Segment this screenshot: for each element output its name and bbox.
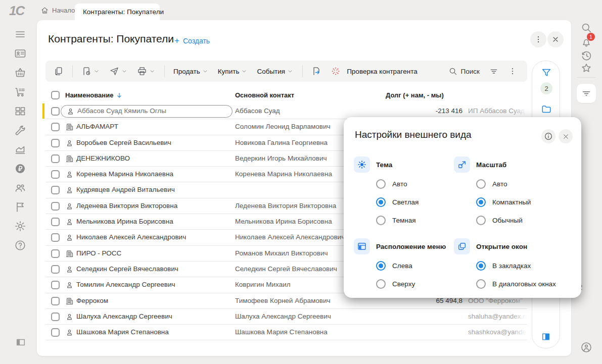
row-checkbox[interactable] xyxy=(51,281,60,289)
dialog-close-button[interactable] xyxy=(559,129,573,143)
radio-option-theme-light[interactable]: Светлая xyxy=(376,193,461,211)
row-checkbox[interactable] xyxy=(51,249,60,258)
group-label: Открытие окон xyxy=(476,243,527,250)
contact-card-icon xyxy=(14,47,26,60)
row-checkbox[interactable] xyxy=(51,170,60,179)
sidebar-production-button[interactable] xyxy=(14,143,26,155)
radio-option-windows-dialogs[interactable]: В диалоговых окнах xyxy=(476,275,561,293)
table-row[interactable]: Шашкова Мария Степановна Шашкова Мария С… xyxy=(45,325,527,340)
dialog-info-button[interactable] xyxy=(541,129,555,143)
radio-icon[interactable] xyxy=(476,216,486,225)
global-search-button[interactable] xyxy=(580,22,592,34)
radio-icon[interactable] xyxy=(476,261,486,271)
column-debt[interactable]: Долг (+ нам, - мы) xyxy=(386,91,444,99)
sidebar-tasks-button[interactable] xyxy=(14,201,26,213)
document-history-icon xyxy=(81,66,91,76)
window-menu-button[interactable] xyxy=(530,31,546,47)
appearance-settings-button[interactable] xyxy=(577,84,596,103)
column-contact[interactable]: Основной контакт xyxy=(235,91,294,99)
sidebar-service-button[interactable] xyxy=(14,124,26,136)
sidebar-warehouse-button[interactable] xyxy=(14,105,26,117)
row-name: Коренева Марина Николаевна xyxy=(76,170,173,178)
sidebar-purchases-button[interactable] xyxy=(14,86,26,98)
collapse-panel-button[interactable] xyxy=(15,337,26,348)
select-all-checkbox[interactable] xyxy=(51,91,60,99)
radio-option-scale-compact[interactable]: Компактный xyxy=(476,193,561,211)
chevron-down-icon xyxy=(287,68,294,75)
row-contact: Селедкин Сергей Вячеславович xyxy=(235,265,337,273)
row-checkbox[interactable] xyxy=(51,265,60,274)
person-icon xyxy=(65,202,74,211)
row-checkbox[interactable] xyxy=(51,328,60,337)
radio-icon[interactable] xyxy=(376,179,386,189)
search-button[interactable]: Поиск xyxy=(448,67,480,76)
radio-option-menu-top[interactable]: Сверху xyxy=(376,275,461,293)
main-menu-icon xyxy=(14,28,26,40)
row-extra: shashkova@yande xyxy=(468,328,527,336)
events-menu-button[interactable]: События xyxy=(253,63,298,79)
tab-title: Контрагенты: Покупатели xyxy=(83,8,164,16)
sell-menu-button[interactable]: Продать xyxy=(169,63,213,79)
row-checkbox[interactable] xyxy=(51,123,60,131)
window-close-button[interactable] xyxy=(547,31,564,47)
row-contact: Новикова Галина Георгиевна xyxy=(235,139,328,146)
check-counterparty-label[interactable]: Проверка контрагента xyxy=(347,68,418,75)
tab-counterparties[interactable]: Контрагенты: Покупатели xyxy=(75,4,160,20)
print-button[interactable] xyxy=(133,63,160,79)
radio-icon[interactable] xyxy=(376,197,386,207)
radio-option-theme-dark[interactable]: Темная xyxy=(376,211,461,229)
row-checkbox[interactable] xyxy=(51,297,60,305)
copy-button[interactable] xyxy=(50,63,68,79)
sidebar-main-menu-button[interactable] xyxy=(14,28,26,40)
row-checkbox[interactable] xyxy=(51,202,60,211)
radio-option-scale-auto[interactable]: Авто xyxy=(476,175,561,193)
folder-groups-button[interactable] xyxy=(541,103,552,115)
create-button[interactable]: + Создать xyxy=(174,36,210,46)
sidebar-sales-button[interactable] xyxy=(14,67,26,79)
radio-option-scale-normal[interactable]: Обычный xyxy=(476,211,561,229)
radio-icon[interactable] xyxy=(476,279,486,289)
radio-icon[interactable] xyxy=(476,197,486,207)
side-panel-button[interactable] xyxy=(541,332,552,343)
row-checkbox[interactable] xyxy=(51,154,60,163)
sidebar-contacts-button[interactable] xyxy=(14,47,26,60)
sidebar-money-button[interactable] xyxy=(14,163,26,175)
filter-button[interactable] xyxy=(541,67,552,78)
row-checkbox[interactable] xyxy=(51,313,60,321)
notifications-button[interactable]: 1 xyxy=(580,36,592,48)
radio-icon[interactable] xyxy=(376,216,386,225)
sidebar-help-button[interactable] xyxy=(14,239,26,251)
spark-risks-button[interactable] xyxy=(327,63,345,79)
row-contact: Аббасов Суад xyxy=(235,107,280,115)
tab-home[interactable]: Начало xyxy=(40,6,75,15)
sidebar-settings-button[interactable] xyxy=(14,220,26,232)
side-panel-icon xyxy=(541,332,551,342)
table-row[interactable]: Шалуха Александр Сергеевич Шалуха Алекса… xyxy=(45,309,527,325)
selected-row-marker xyxy=(42,103,44,119)
account-button[interactable] xyxy=(580,341,592,353)
row-checkbox[interactable] xyxy=(51,218,60,226)
radio-option-windows-tabs[interactable]: В закладках xyxy=(476,256,561,275)
radio-option-menu-left[interactable]: Слева xyxy=(376,256,461,275)
radio-option-theme-auto[interactable]: Авто xyxy=(376,175,461,193)
list-settings-button[interactable] xyxy=(485,63,503,79)
radio-icon[interactable] xyxy=(476,179,486,189)
radio-icon[interactable] xyxy=(376,261,386,271)
edo-export-button[interactable] xyxy=(307,63,326,79)
create-based-on-button[interactable] xyxy=(77,63,104,79)
send-button[interactable] xyxy=(105,63,132,79)
staff-people-icon xyxy=(14,182,26,194)
column-name[interactable]: Наименование xyxy=(65,91,123,99)
row-checkbox[interactable] xyxy=(51,186,60,194)
history-button[interactable] xyxy=(580,49,592,62)
service-wrench-icon xyxy=(14,124,26,136)
row-checkbox[interactable] xyxy=(51,139,60,147)
row-checkbox[interactable] xyxy=(51,107,60,116)
row-checkbox[interactable] xyxy=(51,233,60,242)
close-icon xyxy=(562,133,570,140)
radio-icon[interactable] xyxy=(376,279,386,289)
buy-menu-button[interactable]: Купить xyxy=(214,63,252,79)
more-button[interactable] xyxy=(504,63,521,79)
favorites-button[interactable] xyxy=(580,62,592,74)
sidebar-staff-button[interactable] xyxy=(14,182,26,194)
